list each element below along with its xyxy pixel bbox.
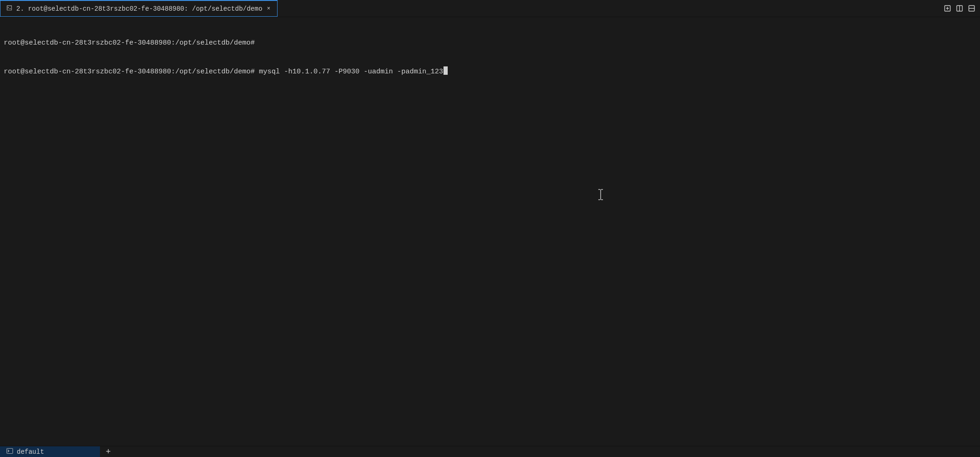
new-tab-button[interactable] — [943, 4, 952, 13]
tab-title: 2. root@selectdb-cn-28t3rszbc02-fe-30488… — [16, 5, 262, 13]
close-icon[interactable]: × — [266, 6, 271, 12]
terminal-tab-active[interactable]: 2. root@selectdb-cn-28t3rszbc02-fe-30488… — [0, 0, 278, 17]
workspace-bar: default + — [0, 446, 980, 457]
plus-icon: + — [106, 447, 111, 457]
add-workspace-button[interactable]: + — [100, 446, 117, 457]
text-cursor — [444, 66, 448, 75]
panel-toggle-button[interactable] — [967, 4, 976, 13]
workspace-label: default — [17, 448, 44, 456]
terminal-icon — [7, 448, 13, 456]
terminal-window: 2. root@selectdb-cn-28t3rszbc02-fe-30488… — [0, 0, 980, 457]
terminal-viewport[interactable]: root@selectdb-cn-28t3rszbc02-fe-30488980… — [0, 17, 980, 446]
terminal-line: root@selectdb-cn-28t3rszbc02-fe-30488980… — [4, 66, 976, 77]
mouse-cursor-ibeam — [573, 180, 578, 191]
terminal-line: root@selectdb-cn-28t3rszbc02-fe-30488980… — [4, 39, 976, 48]
shell-prompt: root@selectdb-cn-28t3rszbc02-fe-30488980… — [4, 39, 255, 47]
workspace-tab-default[interactable]: default — [0, 446, 100, 457]
shell-command: mysql -h10.1.0.77 -P9030 -uadmin -padmin… — [259, 68, 443, 76]
terminal-icon — [6, 5, 13, 13]
tab-bar: 2. root@selectdb-cn-28t3rszbc02-fe-30488… — [0, 0, 980, 17]
titlebar-actions — [943, 0, 980, 17]
svg-rect-7 — [7, 448, 13, 453]
split-vertical-button[interactable] — [955, 4, 964, 13]
shell-prompt: root@selectdb-cn-28t3rszbc02-fe-30488980… — [4, 68, 255, 76]
